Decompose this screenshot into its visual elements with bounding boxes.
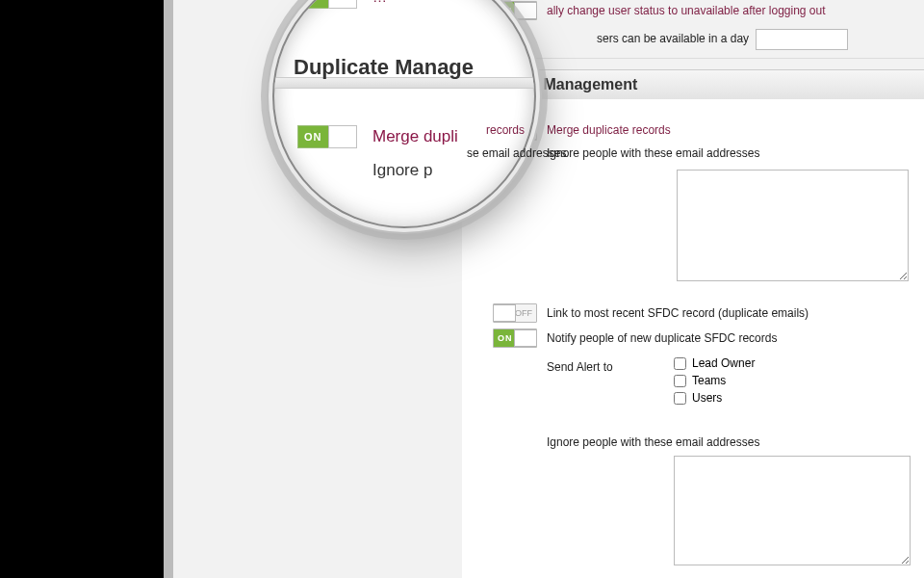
magnifier-merge-toggle: ON (297, 125, 357, 148)
divider (462, 58, 924, 59)
alert-teams-checkbox[interactable] (674, 375, 686, 387)
tail-records: records (486, 123, 525, 137)
alert-teams-label: Teams (692, 374, 726, 387)
toggle-on-text: ON (498, 329, 513, 347)
stage: ON ally change user status to unavailabl… (0, 0, 924, 578)
tail-emails: se email addresses (467, 146, 566, 160)
alert-teams[interactable]: Teams (674, 374, 755, 387)
ignore-emails-1-input[interactable] (677, 170, 909, 281)
magnifier-top-text: … (372, 0, 387, 5)
link-recent-sfdc-label: Link to most recent SFDC record (duplica… (547, 306, 808, 320)
alert-lead-owner-checkbox[interactable] (674, 357, 686, 370)
gutter (164, 0, 173, 578)
alert-lead-owner-label: Lead Owner (692, 356, 755, 370)
magnifier-toggle-text: ON (304, 126, 322, 147)
alert-users-label: Users (692, 391, 722, 405)
toggle-off-text: OFF (515, 304, 532, 322)
toggle-knob (328, 125, 357, 148)
alert-users[interactable]: Users (674, 391, 755, 405)
toggle-knob (328, 0, 357, 9)
send-alert-label: Send Alert to (547, 360, 613, 374)
auto-status-label: ally change user status to unavailable a… (547, 4, 826, 17)
toggle-knob (514, 329, 537, 347)
toggle-knob (493, 304, 516, 322)
magnifier-title: Duplicate Manage (294, 55, 474, 80)
notify-duplicates-label: Notify people of new duplicate SFDC reco… (547, 331, 777, 345)
ignore-emails-2-input[interactable] (674, 456, 911, 565)
max-hours-text: sers can be available in a day (597, 32, 749, 45)
ignore-emails-2-label: Ignore people with these email addresses (547, 435, 759, 449)
alert-lead-owner[interactable]: Lead Owner (674, 356, 755, 370)
magnifier-ignore-label: Ignore p (372, 161, 432, 180)
alert-options: Lead Owner Teams Users (674, 356, 755, 408)
toggle-knob (514, 2, 537, 19)
ignore-emails-1-label: Ignore people with these email addresses (547, 146, 759, 160)
magnifier-merge-label: Merge dupli (372, 127, 458, 146)
max-hours-input[interactable] (756, 29, 848, 50)
link-recent-sfdc-toggle[interactable]: OFF (493, 303, 537, 323)
merge-duplicates-label: Merge duplicate records (547, 123, 671, 137)
alert-users-checkbox[interactable] (674, 392, 686, 405)
notify-duplicates-toggle[interactable]: ON (493, 328, 537, 348)
max-hours-label: sers can be available in a day (597, 29, 848, 50)
